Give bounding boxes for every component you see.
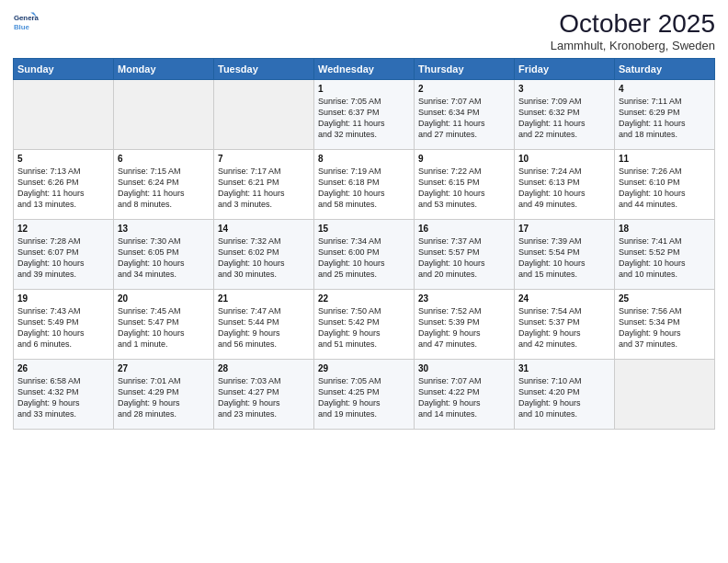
- day-number: 5: [17, 154, 109, 164]
- week-row-5: 26Sunrise: 6:58 AM Sunset: 4:32 PM Dayli…: [14, 360, 715, 430]
- day-number: 6: [118, 154, 210, 164]
- day-number: 28: [218, 363, 310, 373]
- day-cell: 30Sunrise: 7:07 AM Sunset: 4:22 PM Dayli…: [415, 360, 515, 430]
- day-cell: [114, 80, 214, 150]
- day-number: 21: [218, 293, 310, 304]
- calendar-table: SundayMondayTuesdayWednesdayThursdayFrid…: [13, 58, 715, 430]
- day-number: 1: [318, 84, 410, 94]
- day-info: Sunrise: 7:34 AM Sunset: 6:00 PM Dayligh…: [318, 236, 410, 281]
- month-title: October 2025: [551, 9, 715, 39]
- day-info: Sunrise: 7:47 AM Sunset: 5:44 PM Dayligh…: [218, 305, 310, 350]
- day-cell: [615, 360, 715, 430]
- logo-icon: General Blue: [13, 9, 39, 35]
- day-number: 8: [318, 154, 410, 164]
- day-number: 20: [118, 293, 210, 304]
- day-info: Sunrise: 7:13 AM Sunset: 6:26 PM Dayligh…: [17, 166, 109, 211]
- title-block: October 2025 Lammhult, Kronoberg, Sweden: [551, 9, 715, 52]
- day-info: Sunrise: 7:45 AM Sunset: 5:47 PM Dayligh…: [118, 305, 210, 350]
- day-info: Sunrise: 7:50 AM Sunset: 5:42 PM Dayligh…: [318, 305, 410, 350]
- day-info: Sunrise: 7:17 AM Sunset: 6:21 PM Dayligh…: [218, 166, 310, 211]
- day-number: 26: [17, 363, 109, 373]
- day-number: 27: [118, 363, 210, 373]
- day-number: 25: [619, 293, 711, 304]
- day-cell: 6Sunrise: 7:15 AM Sunset: 6:24 PM Daylig…: [114, 150, 214, 220]
- day-cell: 7Sunrise: 7:17 AM Sunset: 6:21 PM Daylig…: [214, 150, 314, 220]
- day-info: Sunrise: 7:15 AM Sunset: 6:24 PM Dayligh…: [118, 166, 210, 211]
- day-info: Sunrise: 7:52 AM Sunset: 5:39 PM Dayligh…: [418, 305, 510, 350]
- day-cell: 29Sunrise: 7:05 AM Sunset: 4:25 PM Dayli…: [314, 360, 415, 430]
- day-number: 30: [418, 363, 510, 373]
- day-info: Sunrise: 7:56 AM Sunset: 5:34 PM Dayligh…: [619, 305, 711, 350]
- day-cell: 8Sunrise: 7:19 AM Sunset: 6:18 PM Daylig…: [314, 150, 415, 220]
- day-info: Sunrise: 7:41 AM Sunset: 5:52 PM Dayligh…: [619, 236, 711, 281]
- week-row-3: 12Sunrise: 7:28 AM Sunset: 6:07 PM Dayli…: [14, 220, 715, 290]
- day-cell: 11Sunrise: 7:26 AM Sunset: 6:10 PM Dayli…: [615, 150, 715, 220]
- day-number: 15: [318, 224, 410, 234]
- day-number: 13: [118, 224, 210, 234]
- day-number: 16: [418, 224, 510, 234]
- week-row-2: 5Sunrise: 7:13 AM Sunset: 6:26 PM Daylig…: [14, 150, 715, 220]
- col-header-saturday: Saturday: [615, 59, 715, 80]
- day-cell: 21Sunrise: 7:47 AM Sunset: 5:44 PM Dayli…: [214, 290, 314, 360]
- day-info: Sunrise: 7:37 AM Sunset: 5:57 PM Dayligh…: [418, 236, 510, 281]
- day-number: 31: [518, 363, 610, 373]
- day-cell: 20Sunrise: 7:45 AM Sunset: 5:47 PM Dayli…: [114, 290, 214, 360]
- day-number: 12: [17, 224, 109, 234]
- day-cell: 12Sunrise: 7:28 AM Sunset: 6:07 PM Dayli…: [14, 220, 114, 290]
- day-info: Sunrise: 7:09 AM Sunset: 6:32 PM Dayligh…: [518, 96, 610, 141]
- week-row-1: 1Sunrise: 7:05 AM Sunset: 6:37 PM Daylig…: [14, 80, 715, 150]
- day-number: 19: [17, 293, 109, 304]
- day-cell: 23Sunrise: 7:52 AM Sunset: 5:39 PM Dayli…: [415, 290, 515, 360]
- day-info: Sunrise: 7:39 AM Sunset: 5:54 PM Dayligh…: [518, 236, 610, 281]
- day-cell: 19Sunrise: 7:43 AM Sunset: 5:49 PM Dayli…: [14, 290, 114, 360]
- logo: General Blue: [13, 9, 39, 35]
- day-cell: 15Sunrise: 7:34 AM Sunset: 6:00 PM Dayli…: [314, 220, 415, 290]
- day-number: 18: [619, 224, 711, 234]
- day-info: Sunrise: 7:05 AM Sunset: 4:25 PM Dayligh…: [318, 375, 410, 420]
- day-info: Sunrise: 7:05 AM Sunset: 6:37 PM Dayligh…: [318, 96, 410, 141]
- day-info: Sunrise: 7:03 AM Sunset: 4:27 PM Dayligh…: [218, 375, 310, 420]
- day-cell: 4Sunrise: 7:11 AM Sunset: 6:29 PM Daylig…: [615, 80, 715, 150]
- week-row-4: 19Sunrise: 7:43 AM Sunset: 5:49 PM Dayli…: [14, 290, 715, 360]
- day-info: Sunrise: 7:07 AM Sunset: 6:34 PM Dayligh…: [418, 96, 510, 141]
- day-cell: 25Sunrise: 7:56 AM Sunset: 5:34 PM Dayli…: [615, 290, 715, 360]
- day-cell: 9Sunrise: 7:22 AM Sunset: 6:15 PM Daylig…: [415, 150, 515, 220]
- day-info: Sunrise: 7:54 AM Sunset: 5:37 PM Dayligh…: [518, 305, 610, 350]
- day-number: 2: [418, 84, 510, 94]
- day-cell: 14Sunrise: 7:32 AM Sunset: 6:02 PM Dayli…: [214, 220, 314, 290]
- col-header-wednesday: Wednesday: [314, 59, 415, 80]
- header: General Blue October 2025 Lammhult, Kron…: [13, 9, 715, 52]
- day-cell: 1Sunrise: 7:05 AM Sunset: 6:37 PM Daylig…: [314, 80, 415, 150]
- day-number: 11: [619, 154, 711, 164]
- day-cell: 16Sunrise: 7:37 AM Sunset: 5:57 PM Dayli…: [415, 220, 515, 290]
- day-info: Sunrise: 7:19 AM Sunset: 6:18 PM Dayligh…: [318, 166, 410, 211]
- day-cell: 31Sunrise: 7:10 AM Sunset: 4:20 PM Dayli…: [515, 360, 615, 430]
- day-number: 9: [418, 154, 510, 164]
- calendar-page: General Blue October 2025 Lammhult, Kron…: [0, 0, 728, 563]
- col-header-thursday: Thursday: [415, 59, 515, 80]
- day-info: Sunrise: 7:01 AM Sunset: 4:29 PM Dayligh…: [118, 375, 210, 420]
- day-info: Sunrise: 7:30 AM Sunset: 6:05 PM Dayligh…: [118, 236, 210, 281]
- day-info: Sunrise: 7:22 AM Sunset: 6:15 PM Dayligh…: [418, 166, 510, 211]
- day-number: 14: [218, 224, 310, 234]
- day-info: Sunrise: 7:24 AM Sunset: 6:13 PM Dayligh…: [518, 166, 610, 211]
- day-number: 24: [518, 293, 610, 304]
- day-number: 3: [518, 84, 610, 94]
- day-cell: 24Sunrise: 7:54 AM Sunset: 5:37 PM Dayli…: [515, 290, 615, 360]
- header-row: SundayMondayTuesdayWednesdayThursdayFrid…: [14, 59, 715, 80]
- col-header-monday: Monday: [114, 59, 214, 80]
- col-header-tuesday: Tuesday: [214, 59, 314, 80]
- day-info: Sunrise: 6:58 AM Sunset: 4:32 PM Dayligh…: [17, 375, 109, 420]
- day-cell: 27Sunrise: 7:01 AM Sunset: 4:29 PM Dayli…: [114, 360, 214, 430]
- day-info: Sunrise: 7:32 AM Sunset: 6:02 PM Dayligh…: [218, 236, 310, 281]
- day-cell: 22Sunrise: 7:50 AM Sunset: 5:42 PM Dayli…: [314, 290, 415, 360]
- svg-text:Blue: Blue: [14, 23, 30, 31]
- day-cell: 2Sunrise: 7:07 AM Sunset: 6:34 PM Daylig…: [415, 80, 515, 150]
- col-header-friday: Friday: [515, 59, 615, 80]
- day-cell: 18Sunrise: 7:41 AM Sunset: 5:52 PM Dayli…: [615, 220, 715, 290]
- day-number: 23: [418, 293, 510, 304]
- day-cell: [14, 80, 114, 150]
- day-cell: 28Sunrise: 7:03 AM Sunset: 4:27 PM Dayli…: [214, 360, 314, 430]
- day-number: 22: [318, 293, 410, 304]
- day-number: 7: [218, 154, 310, 164]
